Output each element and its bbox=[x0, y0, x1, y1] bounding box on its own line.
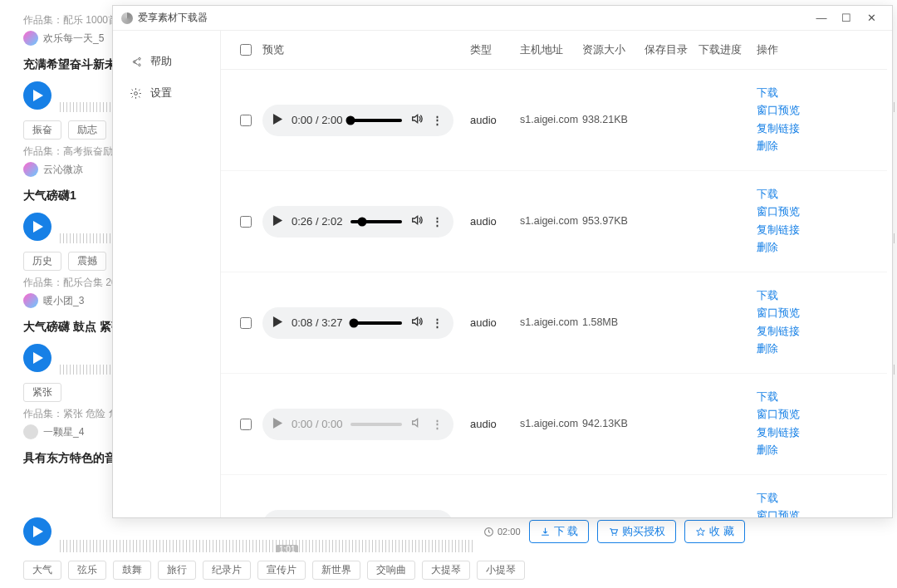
tag[interactable]: 交响曲 bbox=[367, 561, 415, 580]
volume-icon[interactable] bbox=[410, 315, 424, 331]
uploader-name: 欢乐每一天_5 bbox=[43, 32, 104, 46]
op-delete[interactable]: 删除 bbox=[757, 341, 879, 358]
play-button[interactable] bbox=[23, 344, 51, 372]
op-delete[interactable]: 删除 bbox=[757, 138, 879, 155]
op-copy[interactable]: 复制链接 bbox=[757, 424, 879, 442]
col-type: 类型 bbox=[470, 42, 520, 57]
tag[interactable]: 震撼 bbox=[68, 252, 106, 271]
tag[interactable]: 弦乐 bbox=[68, 561, 106, 580]
more-icon[interactable]: ⋮ bbox=[432, 114, 444, 126]
tag[interactable]: 旅行 bbox=[158, 561, 196, 580]
col-dir: 保存目录 bbox=[645, 42, 698, 57]
audio-player[interactable]: 0:00 / 2:00 ⋮ bbox=[262, 105, 453, 136]
uploader-name: 云沁微凉 bbox=[43, 163, 83, 177]
audio-player[interactable]: 0:00 / 0:00 ⋮ bbox=[262, 409, 453, 440]
cell-size: 938.21KB bbox=[582, 112, 645, 128]
col-host: 主机地址 bbox=[520, 42, 582, 57]
row-checkbox[interactable] bbox=[240, 216, 252, 228]
tag[interactable]: 振奋 bbox=[23, 120, 61, 140]
op-copy[interactable]: 复制链接 bbox=[757, 120, 879, 138]
col-size: 资源大小 bbox=[582, 42, 645, 57]
volume-icon[interactable] bbox=[410, 416, 424, 432]
tag[interactable]: 大提琴 bbox=[422, 561, 470, 580]
audio-player[interactable]: 0:00 / 0:00 ⋮ bbox=[262, 510, 453, 518]
tag[interactable]: 历史 bbox=[23, 252, 61, 271]
seek-track[interactable] bbox=[350, 119, 402, 122]
tag[interactable]: 纪录片 bbox=[203, 561, 251, 580]
op-delete[interactable]: 删除 bbox=[757, 442, 879, 459]
tag[interactable]: 新世界 bbox=[312, 561, 360, 580]
cell-ops: 下载 窗口预览 复制链接 删除 bbox=[757, 490, 879, 517]
clock-icon bbox=[483, 527, 494, 537]
table-row: 0:00 / 0:00 ⋮ audio s1.aigei.com 616.30K… bbox=[221, 475, 887, 517]
play-icon[interactable] bbox=[272, 215, 283, 228]
op-preview[interactable]: 窗口预览 bbox=[757, 203, 879, 221]
close-button[interactable]: ✕ bbox=[859, 12, 884, 24]
row-checkbox[interactable] bbox=[240, 419, 252, 430]
tag[interactable]: 励志 bbox=[68, 120, 106, 140]
play-button[interactable] bbox=[23, 81, 51, 110]
time-display: 0:08 / 3:27 bbox=[292, 316, 342, 329]
op-preview[interactable]: 窗口预览 bbox=[757, 102, 879, 120]
tag-row: 大气弦乐鼓舞旅行纪录片宣传片新世界交响曲大提琴小提琴 bbox=[23, 561, 897, 580]
svg-point-2 bbox=[615, 534, 617, 536]
op-copy[interactable]: 复制链接 bbox=[757, 323, 879, 341]
audio-player[interactable]: 0:08 / 3:27 ⋮ bbox=[262, 307, 453, 339]
volume-icon[interactable] bbox=[410, 213, 424, 229]
op-download[interactable]: 下载 bbox=[757, 85, 879, 102]
downloader-window: 爱享素材下载器 — ☐ ✕ 帮助 设置 预览 类型 主机地址 资源大小 保存目录 bbox=[112, 5, 893, 518]
col-preview: 预览 bbox=[262, 42, 470, 57]
tag[interactable]: 小提琴 bbox=[477, 561, 525, 580]
op-copy[interactable]: 复制链接 bbox=[757, 222, 879, 239]
seek-track[interactable] bbox=[350, 423, 402, 426]
select-all-checkbox[interactable] bbox=[240, 44, 252, 56]
op-preview[interactable]: 窗口预览 bbox=[757, 305, 879, 322]
op-preview[interactable]: 窗口预览 bbox=[757, 507, 879, 517]
cell-host: s1.aigei.com bbox=[520, 315, 582, 331]
op-download[interactable]: 下载 bbox=[757, 287, 879, 305]
sidebar-item-settings[interactable]: 设置 bbox=[113, 77, 220, 109]
table-row: 0:00 / 2:00 ⋮ audio s1.aigei.com 938.21K… bbox=[221, 70, 887, 171]
tag[interactable]: 大气 bbox=[23, 561, 61, 580]
sidebar-label: 帮助 bbox=[150, 54, 172, 69]
avatar bbox=[23, 424, 38, 439]
cell-host: s1.aigei.com bbox=[520, 112, 582, 128]
play-button[interactable] bbox=[23, 213, 51, 241]
op-preview[interactable]: 窗口预览 bbox=[757, 406, 879, 424]
download-button[interactable]: 下 载 bbox=[529, 520, 590, 543]
row-checkbox[interactable] bbox=[240, 115, 252, 126]
op-download[interactable]: 下载 bbox=[757, 389, 879, 406]
time-display: 0:00 / 2:00 bbox=[292, 114, 342, 126]
minimize-button[interactable]: — bbox=[809, 12, 834, 24]
more-icon[interactable]: ⋮ bbox=[432, 215, 444, 228]
seek-track[interactable] bbox=[350, 321, 402, 325]
audio-player[interactable]: 0:26 / 2:02 ⋮ bbox=[262, 206, 453, 238]
play-button[interactable] bbox=[23, 517, 51, 546]
more-icon[interactable]: ⋮ bbox=[432, 418, 444, 430]
share-icon bbox=[130, 56, 142, 68]
tag[interactable]: 宣传片 bbox=[257, 561, 306, 580]
cell-size: 942.13KB bbox=[582, 416, 645, 432]
seek-track[interactable] bbox=[350, 220, 402, 223]
time-display: 0:00 / 0:00 bbox=[292, 418, 342, 430]
svg-point-3 bbox=[135, 91, 138, 95]
volume-icon[interactable] bbox=[410, 112, 424, 128]
maximize-button[interactable]: ☐ bbox=[834, 12, 859, 24]
tag[interactable]: 紧张 bbox=[23, 383, 61, 402]
svg-point-1 bbox=[612, 534, 614, 536]
op-download[interactable]: 下载 bbox=[757, 186, 879, 203]
cell-type: audio bbox=[470, 114, 520, 126]
more-icon[interactable]: ⋮ bbox=[432, 316, 444, 329]
op-delete[interactable]: 删除 bbox=[757, 239, 879, 257]
op-download[interactable]: 下载 bbox=[757, 490, 879, 507]
titlebar[interactable]: 爱享素材下载器 — ☐ ✕ bbox=[113, 6, 892, 31]
play-icon[interactable] bbox=[272, 316, 283, 330]
buy-license-button[interactable]: 购买授权 bbox=[597, 520, 676, 543]
avatar bbox=[23, 31, 38, 46]
play-icon[interactable] bbox=[272, 114, 283, 127]
favorite-button[interactable]: 收 藏 bbox=[684, 520, 745, 543]
sidebar-item-help[interactable]: 帮助 bbox=[113, 46, 220, 77]
play-icon[interactable] bbox=[272, 418, 283, 431]
row-checkbox[interactable] bbox=[240, 317, 252, 329]
tag[interactable]: 鼓舞 bbox=[113, 561, 151, 580]
